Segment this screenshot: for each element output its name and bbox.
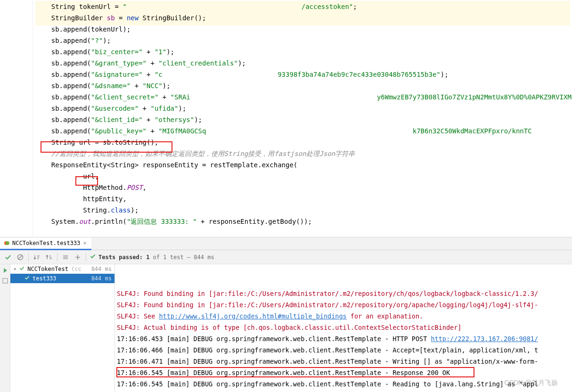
editor-gutter: [0, 0, 33, 237]
console-line: SLF4J: Actual binding is of type [ch.qos…: [117, 322, 572, 333]
console-line: SLF4J: See http://www.slf4j.org/codes.ht…: [117, 310, 572, 322]
console-output[interactable]: SLF4J: Found binding in [jar:file:/C:/Us…: [115, 264, 572, 392]
console-line: SLF4J: Found binding in [jar:file:/C:/Us…: [117, 288, 572, 299]
run-tab-label: NCCTokenTest.test333: [12, 240, 81, 246]
svg-rect-4: [3, 278, 8, 283]
console-line: 17:16:06.466 [main] DEBUG org.springfram…: [117, 344, 572, 356]
console-line: 返回信息 333333: {"success":false,"code":"",…: [117, 390, 572, 392]
console-line: 17:16:06.545 [main] DEBUG org.springfram…: [117, 378, 572, 390]
test-tree-root[interactable]: ▾ NCCTokenTest (cc 844 ms: [10, 264, 114, 274]
check-icon: [19, 266, 25, 272]
expand-icon[interactable]: [60, 252, 71, 262]
rerun-icon[interactable]: [2, 267, 8, 274]
run-side-toolbar: [0, 264, 10, 392]
console-line: 17:16:06.471 [main] DEBUG org.springfram…: [117, 356, 572, 367]
check-icon[interactable]: [3, 252, 13, 262]
test-class-time: 844 ms: [91, 266, 112, 272]
test-status: Tests passed: 1 of 1 test – 844 ms: [90, 253, 214, 261]
check-icon: [90, 253, 96, 261]
test-icon: [4, 240, 9, 246]
test-tree-item[interactable]: test333 844 ms: [10, 274, 114, 283]
code-editor[interactable]: String tokenUrl = " /accesstoken"; Strin…: [0, 0, 572, 237]
svg-line-3: [18, 255, 22, 259]
console-line: 17:16:06.545 [main] DEBUG org.springfram…: [117, 367, 572, 378]
watermark: CSDN @戴月飞扬: [504, 377, 558, 388]
run-toolbar: Tests passed: 1 of 1 test – 844 ms: [0, 250, 572, 264]
run-tab[interactable]: NCCTokenTest.test333 ×: [0, 237, 91, 250]
test-method-time: 844 ms: [91, 275, 112, 282]
test-status-count: Tests passed: 1: [98, 254, 149, 261]
sort-down-icon[interactable]: [32, 252, 42, 262]
test-class-label: NCCTokenTest: [27, 266, 68, 272]
close-icon[interactable]: ×: [83, 240, 87, 246]
run-tab-bar: NCCTokenTest.test333 ×: [0, 237, 572, 250]
test-class-hint: (cc: [71, 266, 82, 272]
test-tree[interactable]: ▾ NCCTokenTest (cc 844 ms test333 844 ms: [10, 264, 115, 392]
console-line: 17:16:06.453 [main] DEBUG org.springfram…: [117, 333, 572, 344]
test-method-label: test333: [33, 275, 57, 282]
disable-icon[interactable]: [15, 252, 25, 262]
code-content: String tokenUrl = " /accesstoken"; Strin…: [35, 1, 572, 227]
toggle-icon[interactable]: [2, 278, 8, 284]
chevron-down-icon: ▾: [13, 266, 16, 272]
collapse-icon[interactable]: [73, 252, 83, 262]
check-icon: [25, 275, 30, 282]
svg-point-1: [6, 241, 9, 245]
test-status-detail: of 1 test – 844 ms: [149, 254, 214, 261]
sort-up-icon[interactable]: [44, 252, 54, 262]
console-line: SLF4J: Found binding in [jar:file:/C:/Us…: [117, 299, 572, 310]
